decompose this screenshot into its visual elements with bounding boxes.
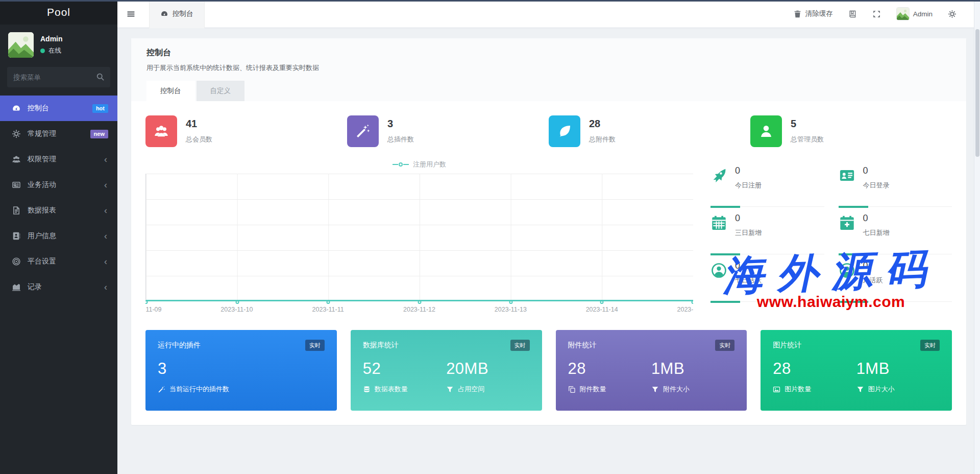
main-area: 控制台 清除缓存 Admin 控制台 用于展示当前系统 bbox=[117, 0, 980, 474]
stat-label: 总管理员数 bbox=[791, 135, 824, 144]
mini-stat-month-active: 0 月活跃 bbox=[839, 254, 952, 302]
legend-label: 注册用户数 bbox=[413, 160, 446, 169]
stat-value: 5 bbox=[791, 118, 824, 130]
sidebar-item-dashboard[interactable]: 控制台 hot bbox=[0, 96, 117, 121]
chart-legend[interactable]: 注册用户数 bbox=[145, 159, 693, 170]
app-window: Pool Admin 在线 控制台 hot 常规管理 new bbox=[0, 0, 980, 474]
menu-search-input[interactable] bbox=[7, 67, 110, 87]
user-avatar[interactable] bbox=[8, 32, 34, 58]
dashboard-icon bbox=[12, 104, 21, 113]
user-panel[interactable]: Admin 在线 bbox=[0, 25, 117, 63]
copy-icon bbox=[568, 386, 576, 393]
stat-attachments: 28 总附件数 bbox=[549, 115, 750, 147]
gears-icon bbox=[12, 129, 21, 138]
stats-row: 41 总会员数 3 总插件数 28 总附件数 bbox=[145, 115, 952, 147]
new-badge: new bbox=[90, 130, 108, 138]
topbar: 控制台 清除缓存 Admin bbox=[117, 0, 980, 28]
magic-wand-icon bbox=[347, 115, 379, 147]
sidebar-item-reports[interactable]: 数据报表 ‹ bbox=[0, 198, 117, 223]
tab-dashboard[interactable]: 控制台 bbox=[149, 0, 205, 28]
calendar-icon bbox=[710, 215, 727, 231]
window-top-border bbox=[0, 0, 980, 2]
chevron-left-icon: ‹ bbox=[104, 257, 108, 266]
chevron-left-icon: ‹ bbox=[104, 231, 108, 241]
sidebar-item-platform[interactable]: 平台设置 ‹ bbox=[0, 249, 117, 274]
area-chart-icon bbox=[12, 282, 21, 292]
stat-value: 41 bbox=[186, 118, 212, 130]
x-tick: 2023-11-12 bbox=[403, 306, 435, 313]
sidebar-menu: 控制台 hot 常规管理 new 权限管理 ‹ 业务活动 ‹ 数据报表 bbox=[0, 96, 117, 474]
user-info: Admin 在线 bbox=[40, 35, 63, 55]
mini-stat-7day-new: 0 七日新增 bbox=[839, 207, 952, 254]
newspaper-icon bbox=[12, 180, 21, 189]
summary-cards-row: 运行中的插件 实时 3 当前运行中的插件数 数据库统计 实时 bbox=[145, 330, 952, 411]
search-icon[interactable] bbox=[96, 73, 105, 81]
card-image-stats: 图片统计 实时 28 图片数量 1MB 图片大小 bbox=[761, 330, 952, 411]
page-scrollbar[interactable] bbox=[974, 2, 980, 474]
mini-stat-3day-new: 0 三日新增 bbox=[710, 207, 824, 254]
chevron-left-icon: ‹ bbox=[104, 155, 108, 164]
settings-gears-icon[interactable] bbox=[948, 10, 957, 18]
stat-value: 28 bbox=[589, 118, 616, 130]
scrollbar-thumb[interactable] bbox=[975, 29, 979, 157]
menu-toggle-icon[interactable] bbox=[126, 10, 136, 18]
stat-label: 总附件数 bbox=[589, 135, 616, 144]
trash-icon bbox=[793, 10, 802, 18]
chevron-left-icon: ‹ bbox=[104, 282, 108, 292]
legend-marker-icon bbox=[399, 162, 403, 167]
calendar-plus-icon bbox=[839, 215, 855, 231]
topbar-avatar bbox=[896, 7, 910, 20]
card-running-plugins: 运行中的插件 实时 3 当前运行中的插件数 bbox=[145, 330, 337, 411]
middle-row: 注册用户数 bbox=[145, 159, 952, 317]
user-status: 在线 bbox=[40, 46, 63, 55]
tab-custom[interactable]: 自定义 bbox=[197, 81, 245, 101]
tab-console[interactable]: 控制台 bbox=[146, 81, 195, 101]
sidebar-item-records[interactable]: 记录 ‹ bbox=[0, 274, 117, 300]
filter-icon bbox=[446, 386, 454, 393]
user-menu[interactable]: Admin bbox=[896, 7, 933, 20]
x-tick: 2023-11-11 bbox=[312, 306, 344, 313]
realtime-badge: 实时 bbox=[305, 340, 325, 351]
bullseye-icon bbox=[12, 257, 21, 266]
app-logo: Pool bbox=[0, 0, 117, 25]
address-book-icon bbox=[12, 231, 21, 241]
mini-stat-7day-active: 0 七日活跃 bbox=[710, 254, 824, 302]
user-name: Admin bbox=[40, 35, 63, 43]
stat-value: 3 bbox=[387, 118, 414, 130]
x-tick: 2023-11-15 bbox=[677, 306, 693, 313]
dashboard-panel: 控制台 用于展示当前系统中的统计数据、统计报表及重要实时数据 控制台 自定义 4… bbox=[131, 38, 966, 425]
user-circle-icon bbox=[710, 262, 727, 279]
realtime-badge: 实时 bbox=[920, 340, 940, 351]
mini-stat-today-login: 0 今日登录 bbox=[839, 159, 952, 207]
sidebar-item-userinfo[interactable]: 用户信息 ‹ bbox=[0, 223, 117, 249]
file-text-icon bbox=[12, 206, 21, 215]
fullscreen-icon[interactable] bbox=[872, 10, 881, 18]
x-tick: 2023-11-14 bbox=[586, 306, 618, 313]
hot-badge: hot bbox=[92, 104, 108, 113]
filter-icon bbox=[651, 386, 659, 393]
page-title: 控制台 bbox=[146, 48, 951, 58]
chart-x-axis: 2023-11-09 2023-11-10 2023-11-11 2023-11… bbox=[145, 301, 693, 317]
chevron-left-icon: ‹ bbox=[104, 206, 108, 215]
sidebar-item-auth[interactable]: 权限管理 ‹ bbox=[0, 147, 117, 172]
clear-cache-button[interactable]: 清除缓存 bbox=[793, 9, 833, 18]
sidebar-item-general[interactable]: 常规管理 new bbox=[0, 121, 117, 147]
rocket-icon bbox=[710, 167, 727, 184]
legend-line-icon bbox=[403, 164, 409, 165]
x-tick: 2023-11-10 bbox=[220, 306, 253, 313]
image-icon bbox=[773, 386, 780, 393]
chevron-left-icon: ‹ bbox=[104, 180, 108, 189]
stat-members: 41 总会员数 bbox=[145, 115, 347, 147]
page-subtitle: 用于展示当前系统中的统计数据、统计报表及重要实时数据 bbox=[146, 63, 951, 73]
realtime-badge: 实时 bbox=[715, 340, 734, 351]
page-content: 控制台 用于展示当前系统中的统计数据、统计报表及重要实时数据 控制台 自定义 4… bbox=[117, 28, 980, 474]
card-database-stats: 数据库统计 实时 52 数据表数量 20MB 占用空间 bbox=[351, 330, 542, 411]
panel-header: 控制台 用于展示当前系统中的统计数据、统计报表及重要实时数据 控制台 自定义 bbox=[131, 38, 966, 101]
x-tick: 2023-11-09 bbox=[145, 306, 162, 313]
book-icon[interactable] bbox=[848, 10, 857, 18]
sidebar-item-business[interactable]: 业务活动 ‹ bbox=[0, 172, 117, 198]
chart-plot-area bbox=[145, 174, 693, 301]
stat-label: 总插件数 bbox=[387, 135, 414, 144]
stat-plugins: 3 总插件数 bbox=[347, 115, 549, 147]
menu-search bbox=[7, 67, 110, 87]
